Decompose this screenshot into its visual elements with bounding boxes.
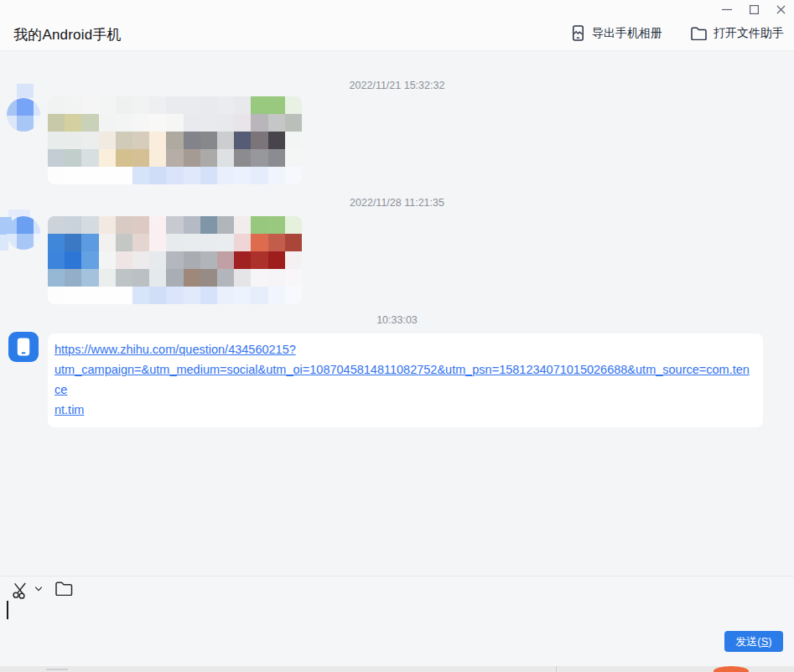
send-label-suffix: ) <box>768 635 771 648</box>
window-controls <box>714 0 794 18</box>
send-mnemonic: S <box>761 635 769 648</box>
scissors-icon <box>12 582 32 599</box>
link-line[interactable]: https://www.zhihu.com/question/434560215… <box>54 339 755 359</box>
minimize-button[interactable] <box>714 0 740 18</box>
maximize-icon <box>750 5 759 14</box>
send-file-button[interactable] <box>55 582 73 596</box>
folder-icon <box>691 27 707 40</box>
timestamp: 2022/11/21 15:32:32 <box>0 80 794 91</box>
timestamp: 10:33:03 <box>0 314 794 326</box>
send-label-prefix: 发送( <box>735 634 760 649</box>
composer: 发送(S) <box>0 576 794 666</box>
page-title: 我的Android手机 <box>13 25 122 44</box>
link-line[interactable]: nt.tim <box>54 400 755 420</box>
minimize-icon <box>722 4 732 14</box>
desktop-strip <box>0 666 794 672</box>
phone-glyph-icon <box>15 336 32 358</box>
taskbar-peek-icon <box>714 666 749 672</box>
link-message-bubble: https://www.zhihu.com/question/434560215… <box>48 333 763 427</box>
close-button[interactable] <box>767 0 794 18</box>
export-album-button[interactable]: 导出手机相册 <box>568 23 666 43</box>
avatar <box>7 216 40 250</box>
open-file-helper-label: 打开文件助手 <box>714 26 784 41</box>
open-file-helper-button[interactable]: 打开文件助手 <box>688 23 787 43</box>
screenshot-options-button[interactable] <box>34 586 43 592</box>
image-message[interactable] <box>48 96 302 184</box>
chevron-down-icon <box>34 586 43 592</box>
header-actions: 导出手机相册 打开文件助手 <box>568 23 787 43</box>
zhihu-link[interactable]: https://www.zhihu.com/question/434560215… <box>54 339 755 420</box>
avatar <box>7 98 40 132</box>
export-album-label: 导出手机相册 <box>592 26 662 41</box>
link-line[interactable]: utm_campaign=&utm_medium=social&utm_oi=1… <box>54 359 755 400</box>
timestamp: 2022/11/28 11:21:35 <box>0 197 794 209</box>
strip-mark <box>556 666 557 672</box>
screenshot-button[interactable] <box>12 582 32 599</box>
phone-album-icon <box>571 25 585 41</box>
blur-spill <box>17 84 34 98</box>
phone-app-icon <box>8 332 39 362</box>
send-button[interactable]: 发送(S) <box>724 631 783 652</box>
folder-icon <box>55 582 73 596</box>
maximize-button[interactable] <box>740 0 767 18</box>
text-caret <box>7 601 8 619</box>
app-window: 我的Android手机 导出手机相册 <box>0 0 794 672</box>
header: 我的Android手机 导出手机相册 <box>0 0 794 51</box>
close-icon <box>776 5 786 14</box>
strip-mark <box>46 669 68 670</box>
image-message[interactable] <box>48 216 302 304</box>
message-input[interactable] <box>0 598 794 649</box>
